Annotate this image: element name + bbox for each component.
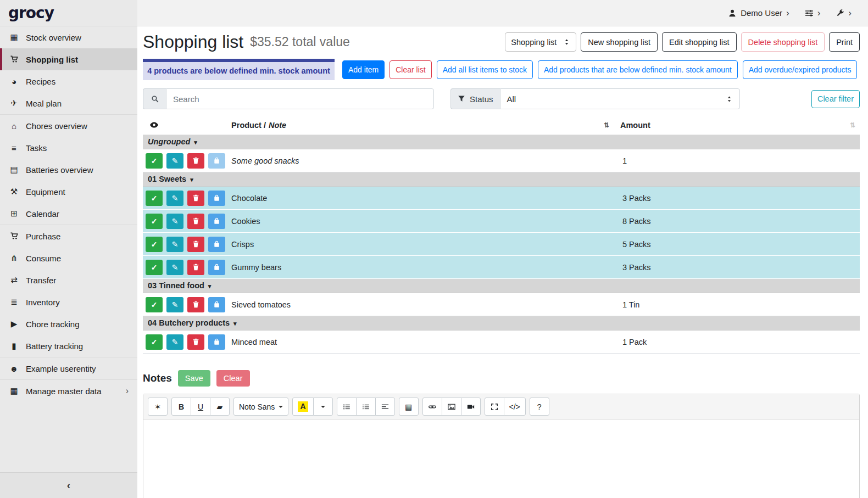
eye-icon[interactable]	[149, 120, 159, 130]
admin-menu[interactable]: ›	[836, 8, 852, 18]
mark-done-button[interactable]: ✓	[146, 237, 163, 252]
paragraph-button[interactable]	[375, 398, 395, 416]
help-button[interactable]: ?	[530, 398, 549, 416]
group-row-sweets[interactable]: 01 Sweets▾	[143, 172, 860, 187]
group-row-ungrouped[interactable]: Ungrouped▾	[143, 135, 860, 149]
edit-item-button[interactable]: ✎	[166, 237, 183, 252]
delete-item-button[interactable]	[187, 191, 204, 206]
status-select[interactable]: All	[500, 88, 740, 109]
caret-down-icon	[279, 406, 283, 408]
sidebar-item-consume[interactable]: ⋔ Consume	[0, 247, 137, 269]
sort-icon[interactable]: ⇅	[604, 121, 609, 129]
edit-icon: ✎	[172, 156, 179, 165]
underline-button[interactable]: U	[191, 398, 210, 416]
color-dropdown-button[interactable]	[313, 398, 333, 416]
add-to-stock-button[interactable]	[208, 334, 225, 350]
group-row-butchery[interactable]: 04 Butchery products▾	[143, 316, 860, 331]
sidebar-item-transfer[interactable]: ⇄ Transfer	[0, 269, 137, 291]
new-shopping-list-button[interactable]: New shopping list	[581, 32, 658, 52]
delete-item-button[interactable]	[187, 297, 204, 312]
caret-down-icon: ▾	[194, 139, 197, 146]
sidebar-item-example-userentity[interactable]: ☻ Example userentity	[0, 357, 137, 379]
eraser-button[interactable]: ▰	[210, 398, 230, 416]
clear-list-button[interactable]: Clear list	[390, 60, 431, 79]
mark-done-button[interactable]: ✓	[146, 191, 163, 206]
link-button[interactable]	[422, 398, 442, 416]
sidebar-item-purchase[interactable]: Purchase	[0, 225, 137, 247]
add-overdue-button[interactable]: Add overdue/expired products	[743, 60, 858, 79]
sidebar-item-calendar[interactable]: ⊞ Calendar	[0, 203, 137, 225]
delete-shopping-list-button[interactable]: Delete shopping list	[741, 32, 825, 52]
column-header-amount[interactable]: Amount ⇅	[618, 117, 860, 135]
font-family-button[interactable]: Noto Sans	[233, 398, 288, 416]
sidebar-item-shopping-list[interactable]: Shopping list	[0, 48, 137, 70]
column-header-product[interactable]: Product / Note ⇅	[229, 117, 618, 135]
below-min-stock-banner[interactable]: 4 products are below defined min. stock …	[143, 59, 335, 80]
add-below-min-button[interactable]: Add products that are below defined min.…	[538, 60, 738, 79]
search-input[interactable]	[166, 88, 434, 109]
edit-shopping-list-button[interactable]: Edit shopping list	[662, 32, 737, 52]
edit-item-button[interactable]: ✎	[166, 260, 183, 275]
sidebar-item-tasks[interactable]: ≡ Tasks	[0, 137, 137, 159]
sidebar-item-meal-plan[interactable]: ✈ Meal plan	[0, 92, 137, 114]
sidebar-item-batteries-overview[interactable]: ▤ Batteries overview	[0, 159, 137, 181]
picture-button[interactable]	[442, 398, 461, 416]
add-to-stock-button[interactable]	[208, 153, 225, 169]
delete-item-button[interactable]	[187, 153, 204, 169]
edit-item-button[interactable]: ✎	[166, 191, 183, 206]
edit-icon: ✎	[172, 194, 179, 203]
group-row-tinned-food[interactable]: 03 Tinned food▾	[143, 279, 860, 293]
delete-item-button[interactable]	[187, 260, 204, 275]
add-to-stock-button[interactable]	[208, 191, 225, 206]
mark-done-button[interactable]: ✓	[146, 214, 163, 229]
edit-item-button[interactable]: ✎	[166, 214, 183, 229]
shopping-list-select[interactable]: Shopping list	[505, 32, 576, 52]
notes-save-button[interactable]: Save	[178, 370, 210, 387]
clear-filter-button[interactable]: Clear filter	[811, 90, 860, 108]
edit-item-button[interactable]: ✎	[166, 153, 183, 169]
magic-style-button[interactable]: ✶	[148, 398, 168, 416]
sort-icon[interactable]: ⇅	[850, 121, 855, 129]
delete-item-button[interactable]	[187, 214, 204, 229]
codeview-button[interactable]: </>	[504, 398, 526, 416]
delete-item-button[interactable]	[187, 237, 204, 252]
mark-done-button[interactable]: ✓	[146, 334, 163, 350]
fullscreen-button[interactable]	[485, 398, 504, 416]
text-color-button[interactable]: A	[292, 398, 313, 416]
settings-menu[interactable]: ›	[805, 8, 821, 18]
mark-done-button[interactable]: ✓	[146, 297, 163, 312]
sidebar-item-battery-tracking[interactable]: ▮ Battery tracking	[0, 335, 137, 357]
sidebar-item-stock-overview[interactable]: ▦ Stock overview	[0, 26, 137, 48]
add-item-button[interactable]: Add item	[342, 60, 385, 79]
delete-item-button[interactable]	[187, 334, 204, 350]
add-to-stock-button[interactable]	[208, 237, 225, 252]
sidebar-collapse-button[interactable]: ‹	[0, 472, 137, 498]
sidebar-item-manage-master-data[interactable]: ▦ Manage master data ›	[0, 380, 137, 402]
edit-icon: ✎	[172, 338, 179, 346]
table-button[interactable]: ▦	[399, 398, 419, 416]
sidebar-item-equipment[interactable]: ⚒ Equipment	[0, 181, 137, 203]
bold-button[interactable]: B	[171, 398, 191, 416]
add-all-to-stock-button[interactable]: Add all list items to stock	[437, 60, 533, 79]
battery-tracking-icon: ▮	[8, 341, 20, 351]
ordered-list-button[interactable]	[356, 398, 376, 416]
notes-textarea[interactable]	[143, 419, 859, 498]
add-to-stock-button[interactable]	[208, 297, 225, 312]
sidebar-item-recipes[interactable]: ◕ Recipes	[0, 70, 137, 92]
sidebar-item-chores-overview[interactable]: ⌂ Chores overview	[0, 115, 137, 137]
video-button[interactable]	[461, 398, 481, 416]
add-to-stock-button[interactable]	[208, 214, 225, 229]
mark-done-button[interactable]: ✓	[146, 260, 163, 275]
edit-item-button[interactable]: ✎	[166, 334, 183, 350]
notes-clear-button[interactable]: Clear	[216, 370, 250, 387]
sidebar-item-chore-tracking[interactable]: ▶ Chore tracking	[0, 313, 137, 335]
sidebar-item-inventory[interactable]: ≣ Inventory	[0, 291, 137, 313]
edit-icon: ✎	[172, 263, 179, 272]
grocy-logo[interactable]: grocy	[8, 4, 54, 22]
unordered-list-button[interactable]	[337, 398, 357, 416]
add-to-stock-button[interactable]	[208, 260, 225, 275]
user-menu[interactable]: Demo User ›	[728, 8, 789, 18]
print-button[interactable]: Print	[829, 32, 860, 52]
edit-item-button[interactable]: ✎	[166, 297, 183, 312]
mark-done-button[interactable]: ✓	[146, 153, 163, 169]
